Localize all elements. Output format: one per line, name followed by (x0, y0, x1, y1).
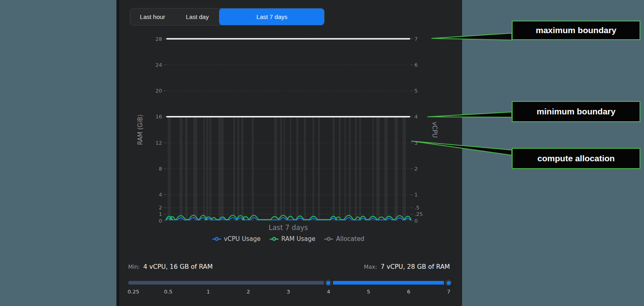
annotation-maximum-boundary: maximum boundary (512, 21, 640, 40)
ram-usage-marker-icon (270, 237, 279, 241)
panel-left-edge (116, 0, 119, 306)
annotation-label: compute allocation (537, 154, 614, 163)
allocated-marker-icon (324, 237, 333, 241)
compute-range-slider[interactable] (128, 278, 449, 288)
slider-active-range[interactable] (329, 281, 449, 285)
chart-legend: vCPU Usage RAM Usage Allocated (167, 235, 410, 243)
legend-label: Allocated (336, 235, 364, 243)
min-label: Min: (128, 264, 140, 270)
tab-last-hour[interactable]: Last hour (130, 8, 175, 25)
slider-tick-label: 4 (327, 289, 330, 295)
legend-label: RAM Usage (281, 235, 316, 243)
screenshot-stage: Last hour Last day Last 7 days 282420161… (0, 0, 644, 306)
autoscaling-panel (116, 0, 462, 306)
slider-tick-labels: 0.250.51234567 (128, 289, 449, 295)
annotation-label: maximum boundary (536, 25, 617, 35)
legend-item-allocated[interactable]: Allocated (324, 235, 364, 243)
tab-last-day[interactable]: Last day (175, 8, 220, 25)
vcpu-usage-marker-icon (212, 237, 221, 241)
slider-tick-label: 2 (247, 289, 250, 295)
slider-max-handle[interactable] (444, 278, 453, 287)
legend-item-ram-usage[interactable]: RAM Usage (270, 235, 316, 243)
slider-tick-label: 0.5 (164, 289, 173, 295)
time-range-tab-group: Last hour Last day Last 7 days (130, 8, 325, 25)
min-readout: Min: 4 vCPU, 16 GB of RAM (128, 263, 213, 270)
max-label: Max: (364, 264, 377, 270)
minmax-readout: Min: 4 vCPU, 16 GB of RAM Max: 7 vCPU, 2… (128, 263, 450, 270)
annotation-minimum-boundary: minimum boundary (512, 101, 640, 122)
slider-tick-label: 3 (287, 289, 290, 295)
slider-tick-label: 1 (207, 289, 210, 295)
annotation-label: minimum boundary (537, 107, 616, 116)
slider-tick-label: 5 (367, 289, 370, 295)
annotation-compute-allocation: compute allocation (512, 148, 640, 169)
min-value: 4 vCPU, 16 GB of RAM (144, 263, 213, 270)
slider-min-handle[interactable] (324, 278, 333, 287)
slider-tick-label: 0.25 (128, 289, 139, 295)
slider-tick-label: 7 (447, 289, 450, 295)
slider-tick-label: 6 (407, 289, 410, 295)
legend-item-vcpu-usage[interactable]: vCPU Usage (212, 235, 261, 243)
max-value: 7 vCPU, 28 GB of RAM (380, 263, 450, 270)
legend-label: vCPU Usage (224, 235, 261, 243)
tab-last-7-days[interactable]: Last 7 days (219, 8, 325, 25)
max-readout: Max: 7 vCPU, 28 GB of RAM (364, 263, 450, 270)
